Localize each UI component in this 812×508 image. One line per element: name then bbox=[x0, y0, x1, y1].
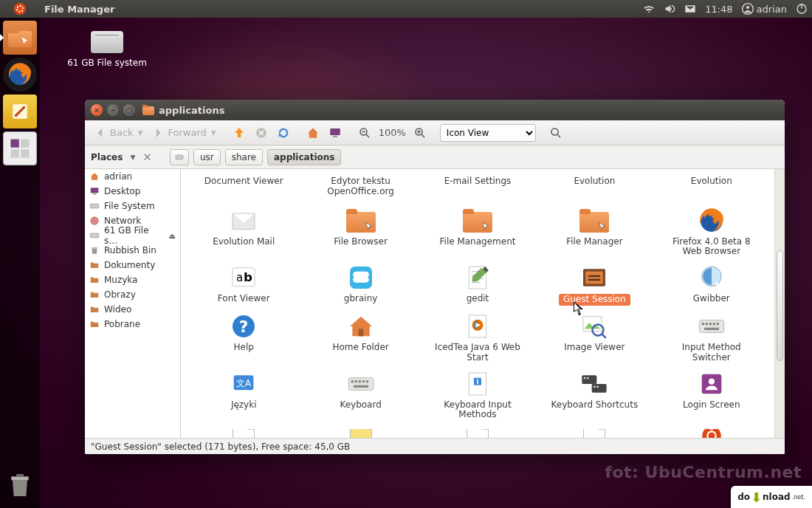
app-launcher-item[interactable]: Evolution Mail bbox=[185, 205, 302, 259]
app-launcher-item[interactable]: gedit bbox=[419, 261, 536, 307]
app-label: Keyboard Input Methods bbox=[430, 400, 526, 421]
app-launcher-item[interactable]: Edytor tekstu OpenOffice.org bbox=[302, 172, 419, 199]
svg-rect-62 bbox=[592, 384, 607, 393]
app-launcher-item[interactable]: 文AJęzyki bbox=[185, 368, 302, 422]
user-menu[interactable]: adrian bbox=[742, 3, 787, 15]
app-launcher-item[interactable] bbox=[536, 428, 653, 438]
folder-arrow-icon bbox=[463, 206, 492, 236]
app-launcher-item[interactable]: File Manager bbox=[536, 205, 653, 259]
app-launcher-item[interactable]: ?Help bbox=[185, 310, 302, 365]
crumb-applications[interactable]: applications bbox=[267, 149, 342, 165]
sidebar-item[interactable]: Wideo bbox=[85, 302, 180, 317]
launcher-notes[interactable] bbox=[3, 95, 37, 128]
svg-rect-65 bbox=[594, 385, 596, 388]
reload-icon bbox=[277, 126, 290, 140]
app-launcher-item[interactable]: abFont Viewer bbox=[185, 261, 302, 307]
sidebar-item[interactable]: adrian bbox=[85, 169, 180, 184]
app-launcher-item[interactable]: Firefox 4.0 Beta 8 Web Browser bbox=[653, 205, 770, 259]
zoom-in-button[interactable] bbox=[410, 123, 430, 143]
svg-rect-47 bbox=[716, 323, 718, 325]
app-launcher-item[interactable]: IcedTea Java 6 Web Start bbox=[419, 310, 536, 365]
session-menu[interactable] bbox=[796, 3, 808, 15]
reload-button[interactable] bbox=[274, 123, 293, 143]
crumb-root[interactable] bbox=[170, 149, 189, 165]
ubuntu-button[interactable] bbox=[0, 0, 40, 18]
app-launcher-item[interactable] bbox=[419, 428, 536, 438]
svg-rect-37 bbox=[358, 329, 363, 336]
app-launcher-item[interactable]: File Browser bbox=[302, 205, 419, 259]
svg-rect-9 bbox=[21, 149, 29, 157]
sidebar-item[interactable]: Desktop bbox=[85, 184, 180, 199]
window-minimize-button[interactable]: – bbox=[107, 104, 119, 116]
computer-icon bbox=[328, 126, 342, 140]
clock[interactable]: 11:48 bbox=[705, 4, 732, 15]
app-launcher-item[interactable]: gbrainy bbox=[302, 261, 419, 307]
sound-indicator[interactable] bbox=[664, 3, 675, 15]
sidebar-item[interactable]: Obrazy bbox=[85, 287, 180, 302]
launcher-file-manager[interactable] bbox=[3, 21, 37, 55]
app-launcher-item[interactable]: Document Viewer bbox=[185, 172, 302, 199]
places-label[interactable]: Places bbox=[91, 152, 125, 162]
sidebar-item[interactable]: 61 GB File s…⏏ bbox=[85, 228, 180, 243]
blank-icon bbox=[579, 174, 609, 175]
app-launcher-item[interactable]: Guest Session bbox=[536, 261, 653, 307]
svg-rect-51 bbox=[348, 377, 373, 390]
zoom-out-button[interactable] bbox=[355, 123, 374, 143]
forward-arrow-icon bbox=[151, 126, 165, 140]
launcher-trash[interactable] bbox=[3, 468, 37, 502]
app-launcher-item[interactable]: Gwibber bbox=[653, 261, 770, 307]
svg-rect-56 bbox=[365, 380, 368, 382]
volume-icon bbox=[664, 3, 675, 15]
app-launcher-item[interactable]: Keyboard Shortcuts bbox=[536, 368, 653, 422]
app-launcher-item[interactable] bbox=[653, 428, 770, 438]
window-close-button[interactable]: ✕ bbox=[91, 104, 103, 116]
sidebar-item[interactable]: Rubbish Bin bbox=[85, 243, 180, 258]
places-close-button[interactable]: ✕ bbox=[140, 151, 155, 164]
sidebar-item[interactable]: File System bbox=[85, 199, 180, 213]
app-label: Guest Session bbox=[559, 294, 630, 306]
network-indicator[interactable] bbox=[643, 3, 655, 15]
app-launcher-item[interactable]: Evolution bbox=[536, 172, 653, 199]
app-launcher-item[interactable]: E-mail Settings bbox=[419, 172, 536, 199]
crumb-share[interactable]: share bbox=[225, 149, 263, 165]
app-launcher-item[interactable]: Input Method Switcher bbox=[653, 310, 770, 365]
window-titlebar[interactable]: ✕ – ▢ applications bbox=[85, 100, 785, 120]
app-launcher-item[interactable]: Keyboard bbox=[302, 368, 419, 422]
app-launcher-item[interactable]: File Management bbox=[419, 205, 536, 259]
desktop-drive-icon[interactable]: 61 GB File system bbox=[66, 31, 148, 68]
icon-view[interactable]: Document ViewerEdytor tekstu OpenOffice.… bbox=[181, 169, 774, 438]
window-maximize-button[interactable]: ▢ bbox=[123, 104, 135, 116]
scrollbar-thumb[interactable] bbox=[777, 250, 783, 361]
kshort-icon bbox=[579, 369, 609, 399]
gedit-icon bbox=[463, 263, 492, 292]
crumb-usr[interactable]: usr bbox=[193, 149, 221, 165]
app-launcher-item[interactable]: Login Screen bbox=[653, 368, 770, 422]
svg-rect-46 bbox=[712, 323, 715, 325]
launcher-firefox[interactable] bbox=[3, 58, 37, 92]
app-launcher-item[interactable]: iKeyboard Input Methods bbox=[419, 368, 536, 422]
up-button[interactable] bbox=[230, 123, 249, 143]
svg-text:?: ? bbox=[239, 317, 249, 335]
messaging-indicator[interactable] bbox=[684, 3, 696, 15]
sidebar-item[interactable]: Dokumenty bbox=[85, 258, 180, 272]
vertical-scrollbar[interactable] bbox=[774, 169, 785, 438]
app-launcher-item[interactable] bbox=[302, 428, 419, 438]
back-button[interactable]: Back▼ bbox=[91, 125, 145, 141]
sidebar-item[interactable]: Muzyka bbox=[85, 272, 180, 287]
app-label: Help bbox=[234, 343, 254, 353]
view-mode-select[interactable]: Icon View bbox=[440, 124, 536, 142]
svg-rect-17 bbox=[176, 155, 183, 159]
home-button[interactable] bbox=[303, 123, 323, 143]
app-launcher-item[interactable]: Evolution bbox=[653, 172, 770, 199]
launcher-workspace-switcher[interactable] bbox=[3, 131, 37, 165]
sidebar-item[interactable]: Pobrane bbox=[85, 317, 180, 332]
computer-button[interactable] bbox=[326, 123, 345, 143]
forward-button[interactable]: Forward▼ bbox=[148, 125, 219, 141]
app-launcher-item[interactable] bbox=[185, 428, 302, 438]
search-button[interactable] bbox=[546, 123, 565, 143]
stop-button[interactable] bbox=[252, 123, 271, 143]
app-launcher-item[interactable]: Home Folder bbox=[302, 310, 419, 365]
app-launcher-item[interactable]: Image Viewer bbox=[536, 310, 653, 365]
svg-rect-31 bbox=[586, 272, 603, 284]
svg-rect-18 bbox=[91, 188, 99, 193]
